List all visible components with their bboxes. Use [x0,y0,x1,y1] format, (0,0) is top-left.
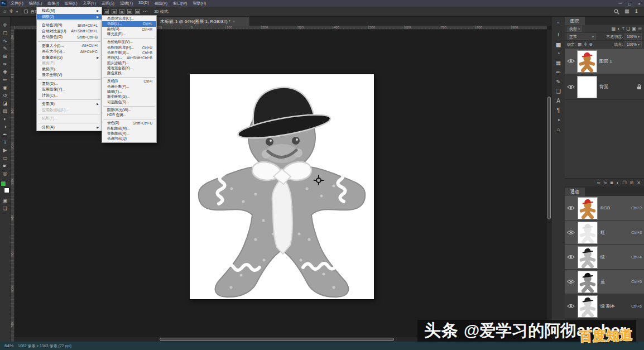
properties-panel-icon[interactable]: ⌂ [553,124,564,134]
visibility-eye-icon[interactable] [567,59,575,64]
menubar-item[interactable]: 选择(S) [99,0,117,7]
lock-all-icon[interactable]: ⊕ [589,42,593,47]
menu-item[interactable]: 陷印(T)... [37,116,102,122]
menubar-item[interactable]: 3D(D) [136,0,151,7]
menu-item[interactable]: 通道混合器(X)... [102,66,156,71]
menu-item[interactable]: 自动色调(N) Shift+Ctrl+L [37,22,102,28]
lock-transparency-icon[interactable]: ▩ [578,42,582,47]
opacity-dropdown[interactable]: 100%▾ [624,33,642,40]
menu-item[interactable]: 反相(I) Ctrl+I [102,79,156,84]
expand-panels-icon[interactable]: « [557,20,559,25]
search-icon[interactable] [614,9,619,15]
layer-name[interactable]: 图层 1 [599,58,612,64]
foreground-color-swatch[interactable] [1,181,6,186]
gradient-tool[interactable]: ▤ [1,107,10,115]
menu-item[interactable]: 照片滤镜(F)... [102,60,156,65]
menu-item[interactable] [38,99,100,100]
vertical-scrollbar[interactable] [547,30,551,342]
clone-source-panel-icon[interactable]: ❏ [553,87,564,96]
lock-position-icon[interactable]: ✛ [584,42,588,47]
eyedropper-tool[interactable]: ✑ [1,60,10,68]
menubar-item[interactable]: 文字(Y) [80,0,98,7]
brushes-panel-icon[interactable]: ✏ [553,68,564,77]
menubar-item[interactable]: 帮助(H) [190,0,208,7]
color-panel-icon[interactable]: ◔ [553,49,564,58]
dodge-tool[interactable]: ◑ [1,123,10,131]
blur-tool[interactable]: ◐ [1,115,10,123]
delete-layer-icon[interactable]: ✕ [637,180,641,185]
menu-item[interactable]: 色相/饱和度(H)... Ctrl+U [102,45,156,50]
channel-row[interactable]: 绿 Ctrl+4 [565,245,644,270]
menu-item[interactable]: 图像旋转(G) ▶ [37,55,102,61]
healing-brush-tool[interactable]: ✚ [1,68,10,76]
move-tool[interactable]: ✛ [1,21,10,29]
type-tool[interactable]: T [1,138,10,146]
menu-item[interactable]: 自动对比度(U) Alt+Shift+Ctrl+L [37,28,102,35]
more-options-icon[interactable]: ⋯ [143,9,148,14]
menu-item[interactable]: 阈值(T)... [102,89,156,94]
adjustments-panel-icon[interactable]: ◑ [553,115,564,124]
window-control-button[interactable]: ▢ [625,2,635,6]
layer-group-icon[interactable]: ❐ [622,180,626,185]
visibility-eye-icon[interactable] [567,255,575,260]
layer-thumbnail[interactable] [577,50,597,73]
crop-tool[interactable]: ⊞ [1,52,10,60]
clone-stamp-tool[interactable]: ◉ [1,84,10,92]
screen-mode-button[interactable]: ❏ [1,204,10,212]
channel-thumbnail[interactable] [578,197,598,219]
menu-item[interactable]: 裁切(R)... [37,66,102,73]
document-tab[interactable]: 未标题-1 @ 64%(图层 1, RGB/8#) * × [156,17,250,26]
menu-item[interactable]: 分析(A) ▶ [37,124,102,131]
menu-item[interactable]: 色调均化(Q) [102,136,156,141]
fill-dropdown[interactable]: 100%▾ [624,41,642,47]
menubar-item[interactable]: 滤镜(T) [118,0,135,7]
align-middle-icon[interactable] [127,9,132,14]
layer-name[interactable]: 背景 [599,84,608,90]
menu-item[interactable]: 显示全部(V) [37,72,102,78]
menu-item[interactable] [103,106,155,107]
pen-tool[interactable]: ✒ [1,131,10,138]
tab-close-icon[interactable]: × [233,20,235,23]
hand-tool[interactable]: ☛ [1,162,10,170]
scrollbar-thumb[interactable] [160,338,394,341]
menu-item[interactable]: 计算(C)... [37,93,102,99]
filter-adjustment-layers-icon[interactable]: ◐ [617,26,620,31]
filter-pixel-layers-icon[interactable]: ▦ [612,26,616,31]
menu-item[interactable]: 可选颜色(S)... [102,99,156,104]
visibility-eye-icon[interactable] [567,205,575,210]
menu-item[interactable]: 颜色查找... [102,71,156,76]
menu-item[interactable]: 色调分离(P)... [102,84,156,89]
menu-item[interactable]: 应用数据组(L)... [37,107,102,113]
layer-style-icon[interactable]: fx [604,180,607,185]
align-top-icon[interactable] [119,9,124,14]
eraser-tool[interactable]: ◪ [1,99,10,107]
menubar-item[interactable]: 图层(L) [63,0,80,7]
channel-row[interactable]: 红 Ctrl+3 [565,220,644,245]
menu-item[interactable]: 曝光度(E)... [102,32,156,37]
menu-item[interactable]: 阴影/高光(W)... [102,108,156,113]
menubar-item[interactable]: 图像(I) [45,0,61,7]
visibility-eye-icon[interactable] [567,84,575,89]
menu-item[interactable]: 色彩平衡(B)... Ctrl+B [102,50,156,55]
tab-channels[interactable]: 通道 [565,188,585,196]
menu-item[interactable]: 复制(D)... [37,81,102,87]
info-panel-icon[interactable]: i [553,30,564,39]
menu-item[interactable] [38,79,100,80]
menu-item[interactable]: 去色(D) Shift+Ctrl+U [102,121,156,126]
menubar-item[interactable]: 窗口(W) [171,0,189,7]
menu-item[interactable] [103,77,155,78]
menu-item[interactable]: 模式(M) ▶ [37,8,102,14]
histogram-panel-icon[interactable]: ▅ [553,39,564,49]
menubar-item[interactable]: 编辑(E) [27,0,44,7]
menu-item[interactable] [38,114,100,114]
ruler-origin[interactable] [11,26,15,30]
menu-item[interactable] [38,21,100,21]
menu-item[interactable]: 画布大小(S)... Alt+Ctrl+C [37,49,102,55]
layer-thumbnail[interactable] [577,76,597,98]
menu-item[interactable]: 渐变映射(G)... [102,94,156,99]
menu-item[interactable]: 黑白(K)... Alt+Shift+Ctrl+B [102,55,156,60]
channel-row[interactable]: 蓝 Ctrl+5 [565,270,644,294]
menu-item[interactable] [38,41,100,42]
visibility-eye-icon[interactable] [567,230,575,235]
swatches-panel-icon[interactable]: ▦ [553,58,564,68]
